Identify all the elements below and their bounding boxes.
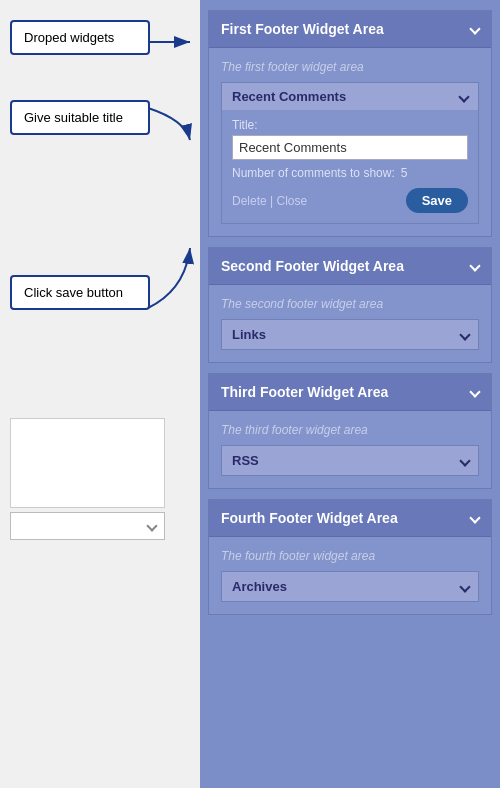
recent-comments-chevron-icon [458,91,469,102]
third-footer-select-wrapper[interactable]: RSS [221,445,479,476]
callout-click-save: Click save button [10,275,150,310]
save-button[interactable]: Save [406,188,468,213]
first-footer-title: First Footer Widget Area [221,21,384,37]
fourth-footer-desc: The fourth footer widget area [221,545,479,563]
first-footer-header[interactable]: First Footer Widget Area [209,11,491,48]
close-link[interactable]: Close [276,194,307,208]
second-footer-header[interactable]: Second Footer Widget Area [209,248,491,285]
right-panel: First Footer Widget Area The first foote… [200,0,500,788]
fourth-footer-chevron-icon [469,512,480,523]
title-form-row: Title: [232,118,468,160]
second-footer-title: Second Footer Widget Area [221,258,404,274]
comments-count-row: Number of comments to show: 5 [232,166,468,180]
delete-close-links: Delete | Close [232,194,307,208]
recent-comments-widget: Recent Comments Title: Number of comment… [221,82,479,224]
fourth-footer-body: The fourth footer widget area Archives [209,537,491,614]
third-footer-body: The third footer widget area RSS [209,411,491,488]
third-footer-chevron-icon [469,386,480,397]
first-footer-widget-area: First Footer Widget Area The first foote… [208,10,492,237]
fourth-footer-widget-area: Fourth Footer Widget Area The fourth foo… [208,499,492,615]
widget-actions: Delete | Close Save [232,188,468,213]
left-select-placeholder[interactable] [10,512,165,540]
second-footer-widget-select[interactable]: Links [221,319,479,350]
arrow-title [148,108,190,140]
second-footer-desc: The second footer widget area [221,293,479,311]
arrow-save [148,248,190,308]
comments-count-label: Number of comments to show: [232,166,395,180]
second-footer-widget-area: Second Footer Widget Area The second foo… [208,247,492,363]
title-label: Title: [232,118,468,132]
third-footer-widget-area: Third Footer Widget Area The third foote… [208,373,492,489]
first-footer-body: The first footer widget area Recent Comm… [209,48,491,236]
recent-comments-widget-body: Title: Number of comments to show: 5 Del… [222,110,478,223]
second-footer-select-wrapper[interactable]: Links [221,319,479,350]
third-footer-title: Third Footer Widget Area [221,384,388,400]
first-footer-desc: The first footer widget area [221,56,479,74]
chevron-down-icon [146,520,157,531]
fourth-footer-widget-select[interactable]: Archives [221,571,479,602]
fourth-footer-title: Fourth Footer Widget Area [221,510,398,526]
left-widget-placeholder [10,418,165,508]
callout-give-title: Give suitable title [10,100,150,135]
third-footer-header[interactable]: Third Footer Widget Area [209,374,491,411]
delete-link[interactable]: Delete [232,194,267,208]
comments-count-value: 5 [401,166,408,180]
second-footer-body: The second footer widget area Links [209,285,491,362]
recent-comments-widget-header[interactable]: Recent Comments [222,83,478,110]
recent-comments-widget-title: Recent Comments [232,89,346,104]
left-panel: Droped widgets Give suitable title Click… [0,0,200,788]
callout-dropped-widgets: Droped widgets [10,20,150,55]
first-footer-chevron-icon [469,23,480,34]
second-footer-chevron-icon [469,260,480,271]
fourth-footer-select-wrapper[interactable]: Archives [221,571,479,602]
title-input[interactable] [232,135,468,160]
fourth-footer-header[interactable]: Fourth Footer Widget Area [209,500,491,537]
third-footer-desc: The third footer widget area [221,419,479,437]
third-footer-widget-select[interactable]: RSS [221,445,479,476]
